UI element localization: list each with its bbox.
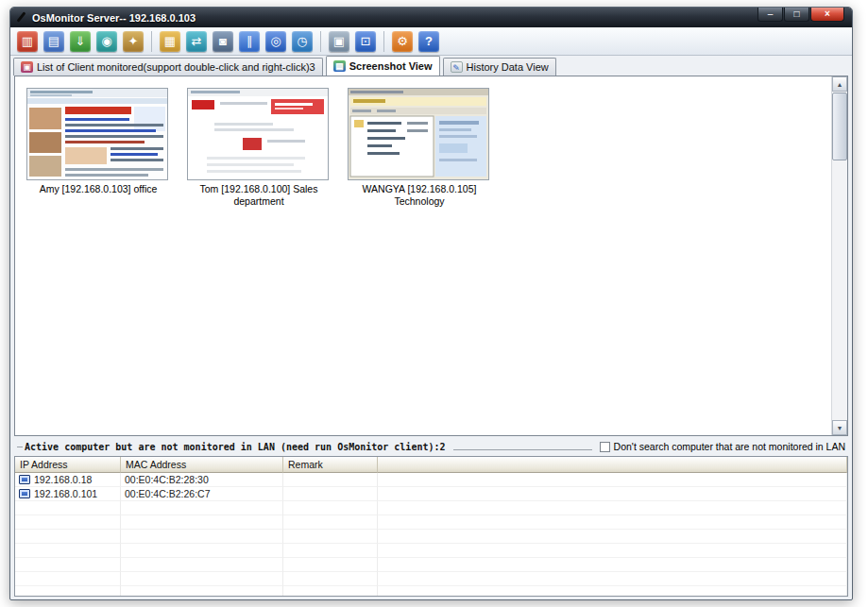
column-header-empty[interactable] [378, 457, 847, 473]
close-button[interactable]: × [810, 8, 844, 22]
screenshot-view-panel: Amy [192.168.0.103] office [14, 76, 848, 436]
empty-cell [15, 572, 121, 586]
column-header-mac[interactable]: MAC Address [121, 457, 283, 473]
ip-cell[interactable]: 192.168.0.101 [15, 487, 121, 501]
screenshot-thumbnail-amy[interactable]: Amy [192.168.0.103] office [26, 88, 170, 195]
empty-cell [15, 530, 121, 544]
screen-view-button[interactable]: ▣ [327, 29, 351, 54]
checkbox-box[interactable] [600, 442, 610, 452]
toolbar: ▥ ▤ ⇓ ◉ ✦ ▦ ⇄ ◙ ∥ ◎ ◷ ▣ ⊡ ⚙ ? [10, 27, 852, 56]
window-controls: – □ × [757, 8, 844, 22]
toolbar-separator [151, 31, 152, 52]
empty-cell [283, 558, 378, 572]
remote-desktop-button[interactable]: ▤ [42, 29, 66, 54]
screenshot-image [348, 88, 489, 180]
lock-button[interactable]: ⊡ [353, 29, 378, 54]
empty-cell [15, 515, 121, 530]
mac-value: 00:E0:4C:B2:26:C7 [125, 488, 210, 499]
empty-cell [283, 586, 378, 597]
mac-cell[interactable]: 00:E0:4C:B2:26:C7 [121, 487, 283, 501]
screenshot-preview-amy [27, 89, 167, 179]
camera-button[interactable]: ◙ [211, 29, 235, 54]
website-log-button[interactable]: ◉ [94, 29, 119, 54]
remark-cell[interactable] [283, 473, 378, 487]
picture-log-button[interactable]: ▦ [158, 29, 182, 54]
computer-icon [19, 489, 30, 498]
empty-cell [283, 572, 378, 586]
toolbar-separator [320, 31, 321, 52]
screenshot-preview-tom [188, 89, 328, 179]
empty-cell [121, 501, 283, 515]
tab-label: History Data View [467, 61, 549, 73]
empty-cell [121, 515, 283, 530]
app-icon [16, 11, 27, 24]
tab-history-data-view[interactable]: ✎ History Data View [443, 58, 556, 76]
groupbox-border [17, 447, 23, 447]
tab-label: List of Client monitored(support double-… [37, 61, 315, 73]
tab-bar: ▣ List of Client monitored(support doubl… [10, 56, 852, 76]
empty-cell [378, 473, 847, 487]
empty-cell [283, 544, 378, 558]
app-window: OsMonitor Server-- 192.168.0.103 – □ × ▥… [9, 7, 853, 600]
help-icon: ? [418, 31, 439, 52]
toolbar-separator [383, 31, 384, 52]
empty-cell [15, 586, 121, 597]
mac-value: 00:E0:4C:B2:28:30 [125, 474, 209, 485]
dont-search-checkbox[interactable]: Don't search computer that are not monit… [600, 441, 845, 452]
ip-value: 192.168.0.18 [34, 474, 92, 485]
keystroke-log-button[interactable]: ✦ [121, 29, 145, 54]
internet-control-icon: ◎ [265, 31, 286, 52]
empty-cell [283, 530, 378, 544]
empty-cell [121, 572, 283, 586]
download-button[interactable]: ⇓ [68, 29, 93, 54]
pause-button[interactable]: ∥ [237, 29, 262, 54]
timer-button[interactable]: ◷ [290, 29, 315, 54]
page: OsMonitor Server-- 192.168.0.103 – □ × ▥… [0, 0, 868, 607]
help-button[interactable]: ? [417, 29, 441, 54]
empty-cell [121, 558, 283, 572]
remote-desktop-icon: ▤ [43, 31, 64, 52]
window-title: OsMonitor Server-- 192.168.0.103 [32, 12, 196, 24]
computer-icon [19, 475, 30, 484]
ip-cell[interactable]: 192.168.0.18 [15, 473, 121, 487]
unmonitored-computers-table: IP Address MAC Address Remark 192.168.0.… [14, 456, 848, 597]
mac-cell[interactable]: 00:E0:4C:B2:28:30 [121, 473, 283, 487]
thumbnail-caption: WANGYA [192.168.0.105] Technology [348, 183, 491, 208]
clients-icon: ▥ [17, 31, 38, 52]
active-computers-groupbox: Active computer but are not monitored in… [17, 440, 845, 453]
remark-cell[interactable] [283, 487, 378, 501]
titlebar[interactable]: OsMonitor Server-- 192.168.0.103 – □ × [10, 8, 852, 27]
scroll-up-icon[interactable]: ▲ [832, 76, 847, 92]
minimize-button[interactable]: – [757, 8, 783, 22]
thumbnail-caption: Tom [192.168.0.100] Sales department [187, 183, 331, 208]
screenshot-preview-wangya [349, 89, 488, 179]
history-data-tab-icon: ✎ [451, 61, 463, 73]
tab-screenshot-view[interactable]: ▤ Screenshot View [326, 56, 440, 76]
thumbnail-caption: Amy [192.168.0.103] office [26, 183, 170, 195]
screenshot-image [26, 88, 168, 180]
picture-log-icon: ▦ [160, 31, 180, 52]
clients-button[interactable]: ▥ [15, 29, 40, 54]
column-header-ip[interactable]: IP Address [15, 457, 121, 473]
internet-control-button[interactable]: ◎ [264, 29, 288, 54]
download-icon: ⇓ [70, 31, 91, 52]
empty-cell [378, 558, 847, 572]
vertical-scrollbar[interactable]: ▲ ▼ [831, 76, 847, 435]
empty-cell [121, 544, 283, 558]
empty-cell [283, 501, 378, 515]
client-list-tab-icon: ▣ [21, 61, 33, 73]
screen-view-icon: ▣ [329, 31, 349, 52]
scrollbar-thumb[interactable] [832, 93, 847, 160]
scroll-down-icon[interactable]: ▼ [832, 420, 847, 435]
empty-cell [378, 586, 847, 597]
empty-cell [378, 572, 847, 586]
tab-client-list[interactable]: ▣ List of Client monitored(support doubl… [13, 58, 323, 76]
screenshot-thumbnail-wangya[interactable]: WANGYA [192.168.0.105] Technology [348, 88, 491, 208]
column-header-remark[interactable]: Remark [283, 457, 378, 473]
settings-tools-button[interactable]: ⚙ [390, 29, 415, 54]
timer-icon: ◷ [292, 31, 313, 52]
screenshot-thumbnail-tom[interactable]: Tom [192.168.0.100] Sales department [187, 88, 331, 208]
network-monitor-button[interactable]: ⇄ [184, 29, 209, 54]
maximize-button[interactable]: □ [784, 8, 809, 22]
empty-cell [121, 586, 283, 597]
